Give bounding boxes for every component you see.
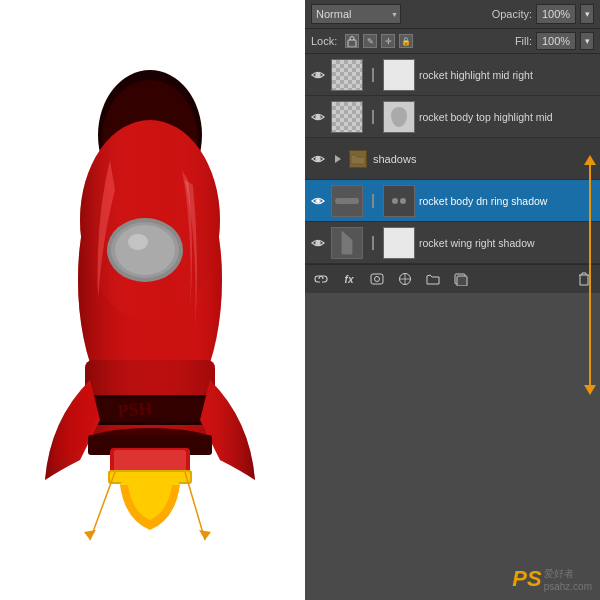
- blend-mode-wrapper: Normal: [311, 4, 401, 24]
- svg-rect-41: [457, 276, 467, 286]
- watermark: PS 爱好者psahz.com: [512, 566, 592, 592]
- layer-visibility-toggle[interactable]: [309, 66, 327, 84]
- lock-label: Lock:: [311, 35, 337, 47]
- layer-name: rocket wing right shadow: [419, 237, 596, 249]
- svg-rect-34: [372, 194, 374, 208]
- fill-stepper[interactable]: ▾: [580, 32, 594, 50]
- layer-mask-thumbnail: [383, 101, 415, 133]
- svg-point-31: [316, 156, 320, 160]
- layer-visibility-toggle[interactable]: [309, 192, 327, 210]
- layer-mask-thumbnail: [383, 59, 415, 91]
- layer-link-icon: [367, 108, 379, 126]
- svg-text:PSH: PSH: [117, 398, 154, 421]
- svg-marker-32: [335, 155, 341, 163]
- svg-rect-28: [372, 68, 374, 82]
- add-mask-icon[interactable]: [367, 269, 387, 289]
- layer-item[interactable]: rocket highlight mid right: [305, 54, 600, 96]
- svg-point-38: [375, 277, 380, 282]
- watermark-text: 爱好者psahz.com: [544, 567, 592, 592]
- layer-thumbnail: [331, 227, 363, 259]
- opacity-label: Opacity:: [492, 8, 532, 20]
- svg-point-8: [115, 225, 175, 275]
- layer-name: rocket body top highlight mid: [419, 111, 596, 123]
- fill-input[interactable]: [536, 32, 576, 50]
- rocket-illustration: PSH: [30, 40, 270, 560]
- fill-group: Fill: ▾: [515, 32, 594, 50]
- watermark-ps: PS: [512, 566, 541, 592]
- layer-item[interactable]: rocket body dn ring shadow: [305, 180, 600, 222]
- layer-visibility-toggle[interactable]: [309, 150, 327, 168]
- orange-annotation-arrow: [584, 155, 596, 395]
- layers-bottom-toolbar: fx: [305, 264, 600, 293]
- fill-label: Fill:: [515, 35, 532, 47]
- new-group-icon[interactable]: [423, 269, 443, 289]
- link-layers-icon[interactable]: [311, 269, 331, 289]
- svg-rect-37: [371, 274, 383, 284]
- layer-link-icon: [367, 66, 379, 84]
- svg-point-29: [316, 114, 320, 118]
- layer-visibility-toggle[interactable]: [309, 234, 327, 252]
- layer-effects-icon[interactable]: fx: [339, 269, 359, 289]
- layers-list: rocket highlight mid right rocket body t…: [305, 54, 600, 264]
- layer-group-name: shadows: [373, 153, 596, 165]
- new-adjustment-icon[interactable]: [395, 269, 415, 289]
- canvas-area: PSH: [0, 0, 300, 600]
- layer-thumbnail: [331, 185, 363, 217]
- svg-point-9: [128, 234, 148, 250]
- svg-rect-26: [348, 40, 356, 47]
- blend-mode-select[interactable]: Normal: [311, 4, 401, 24]
- lock-position-icon[interactable]: ✛: [381, 34, 395, 48]
- layers-panel: Normal Opacity: ▾ Lock: ✎ ✛ 🔒 Fill: ▾: [305, 0, 600, 600]
- opacity-stepper[interactable]: ▾: [580, 4, 594, 24]
- group-expand-icon[interactable]: [331, 152, 345, 166]
- layer-name: rocket highlight mid right: [419, 69, 596, 81]
- layer-mask-thumbnail: [383, 185, 415, 217]
- layer-visibility-toggle[interactable]: [309, 108, 327, 126]
- lock-fill-toolbar: Lock: ✎ ✛ 🔒 Fill: ▾: [305, 29, 600, 54]
- layer-mask-thumbnail: [383, 227, 415, 259]
- layer-link-icon: [367, 234, 379, 252]
- blend-opacity-toolbar: Normal Opacity: ▾: [305, 0, 600, 29]
- lock-icons-group: ✎ ✛ 🔒: [345, 34, 413, 48]
- svg-point-35: [316, 240, 320, 244]
- svg-rect-36: [372, 236, 374, 250]
- lock-image-icon[interactable]: ✎: [363, 34, 377, 48]
- lock-transparent-icon[interactable]: [345, 34, 359, 48]
- layer-link-icon: [367, 192, 379, 210]
- layer-thumbnail: [331, 59, 363, 91]
- svg-point-27: [316, 72, 320, 76]
- svg-point-33: [316, 198, 320, 202]
- svg-rect-30: [372, 110, 374, 124]
- layer-name: rocket body dn ring shadow: [419, 195, 596, 207]
- layer-item[interactable]: rocket body top highlight mid: [305, 96, 600, 138]
- lock-all-icon[interactable]: 🔒: [399, 34, 413, 48]
- layer-group-item[interactable]: shadows: [305, 138, 600, 180]
- new-layer-icon[interactable]: [451, 269, 471, 289]
- group-folder-icon: [349, 150, 367, 168]
- layer-thumbnail: [331, 101, 363, 133]
- opacity-group: Opacity: ▾: [492, 4, 594, 24]
- layer-item[interactable]: rocket wing right shadow: [305, 222, 600, 264]
- opacity-input[interactable]: [536, 4, 576, 24]
